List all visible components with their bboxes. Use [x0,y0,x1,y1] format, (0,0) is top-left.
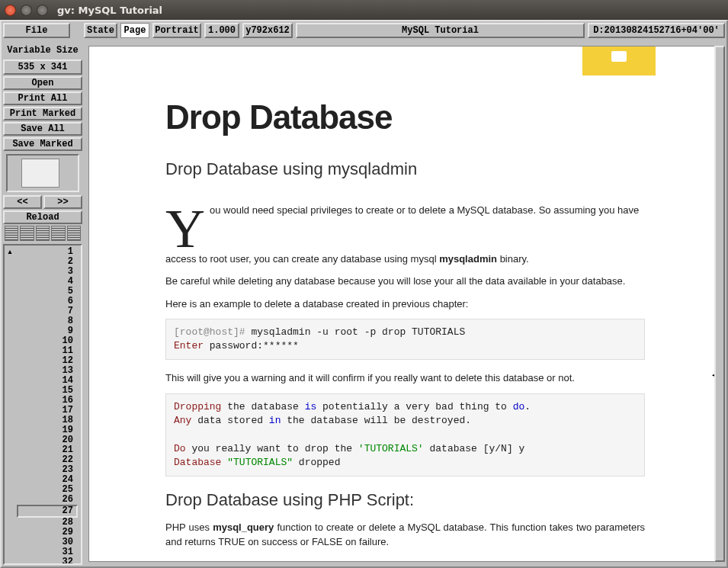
next-page-button[interactable]: >> [43,195,82,209]
chapter-subtitle: Drop Database using mysqladmin [165,156,645,181]
prev-page-button[interactable]: << [3,195,42,209]
state-menu[interactable]: State [84,23,117,38]
window-title: gv: MySQL Tutorial [57,5,162,16]
doc-date-field[interactable]: D:20130824152716+04'00' [588,23,725,38]
viewport[interactable]: Drop Database Drop Database using mysqla… [84,41,726,566]
reload-button[interactable]: Reload [3,210,82,224]
paragraph: access to root user, you can create any … [165,252,645,267]
orientation-button[interactable]: Portrait [152,23,201,38]
paragraph: Here is an example to delete a database … [165,297,645,312]
page-list-item[interactable]: 32 [17,557,78,563]
save-marked-button[interactable]: Save Marked [3,137,82,151]
print-all-button[interactable]: Print All [3,91,82,105]
vertical-scrollbar[interactable] [714,46,725,562]
bbox-button[interactable]: y792x612 [242,23,293,38]
titlebar: gv: MySQL Tutorial [0,0,728,20]
open-button[interactable]: Open [3,76,82,90]
doc-title-field[interactable]: MySQL Tutorial [296,23,585,38]
page-list-item[interactable]: 27 [17,505,78,518]
paragraph: This will give you a warning and it will… [165,371,645,386]
save-all-button[interactable]: Save All [3,122,82,136]
code-block: [root@host]# mysqladmin -u root -p drop … [165,319,645,360]
chapter-title: Drop Database [165,92,645,143]
paragraph: Be careful while deleting any database b… [165,274,645,289]
variable-size-label: Variable Size [3,43,82,58]
page-badge-icon [582,47,656,75]
code-block: Dropping the database is potentially a v… [165,393,645,477]
mark-strip[interactable] [3,226,82,241]
thumbnail-preview[interactable] [6,154,79,192]
print-marked-button[interactable]: Print Marked [3,107,82,120]
document-page: Drop Database Drop Database using mysqla… [88,46,722,562]
app-frame: File State Page Portrait 1.000 y792x612 … [0,20,728,568]
syntax-heading: Syntax: [165,557,645,562]
paragraph: PHP uses mysql_query function to create … [165,520,645,550]
dimensions-display: 535 x 341 [3,59,82,75]
paragraph: ou would need special privileges to crea… [165,203,645,218]
page-list-item[interactable]: 26 [17,495,78,505]
maximize-icon[interactable] [37,5,48,16]
topbar: File State Page Portrait 1.000 y792x612 … [2,21,726,40]
scale-button[interactable]: 1.000 [204,23,239,38]
section-heading: Drop Database using PHP Script: [165,487,645,512]
page-list[interactable]: ▴ 12345678910111213141516171819202122232… [3,244,82,565]
minimize-icon[interactable] [21,5,32,16]
file-menu[interactable]: File [3,23,70,38]
close-icon[interactable] [5,5,16,16]
dropcap: Y [165,207,205,252]
scroll-up-icon[interactable]: ▴ [5,245,15,563]
sidebar: Variable Size 535 x 341 Open Print All P… [2,41,84,566]
page-menu[interactable]: Page [120,23,149,38]
